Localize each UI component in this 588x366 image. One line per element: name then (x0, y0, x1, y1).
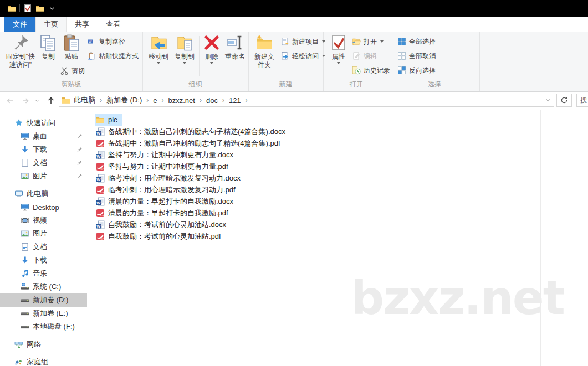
file-name: 临考冲刺：用心理暗示激发复习动力.pdf (108, 185, 236, 195)
copy-path-button[interactable]: W… 复制路径 (87, 36, 125, 47)
breadcrumb-separator-icon[interactable]: › (222, 96, 224, 104)
properties-check-icon (23, 4, 32, 13)
file-row[interactable]: PDF坚持与努力：让期中冲刺更有力量.pdf (95, 161, 233, 172)
sidebar-section-homegroup[interactable]: 家庭组 (0, 355, 87, 366)
tab-file[interactable]: 文件 (4, 17, 35, 33)
sidebar-item[interactable]: 本地磁盘 (F:) (0, 320, 87, 333)
tab-share[interactable]: 共享 (67, 17, 98, 33)
paste-button[interactable]: 粘贴 (59, 34, 84, 61)
sidebar-item[interactable]: 视频 (0, 214, 87, 227)
new-folder-button[interactable]: 新建文件夹 (253, 34, 276, 69)
sidebar-item[interactable]: 图片 (0, 227, 87, 240)
easy-access-icon (280, 51, 289, 60)
svg-text:…: … (93, 40, 96, 44)
sidebar-item[interactable]: Desktop (0, 200, 87, 214)
refresh-button[interactable] (556, 94, 572, 107)
select-none-button[interactable]: 全部取消 (397, 50, 436, 61)
sidebar-item[interactable]: 新加卷 (E:) (0, 307, 87, 320)
file-row[interactable]: PDF临考冲刺：用心理暗示激发复习动力.pdf (95, 184, 240, 195)
properties-button[interactable]: 属性 (329, 34, 349, 66)
move-to-button[interactable]: 移动到 (146, 34, 171, 66)
sidebar-item[interactable]: 文档 (0, 240, 87, 254)
history-button[interactable]: 历史记录 (352, 65, 390, 76)
breadcrumb-item[interactable]: 此电脑 (74, 95, 95, 105)
new-item-button[interactable]: 新建项目 (280, 36, 325, 47)
forward-button[interactable] (21, 96, 30, 105)
file-row[interactable]: pic (95, 114, 122, 126)
breadcrumb-separator-icon[interactable]: › (162, 96, 164, 104)
homegroup-icon (14, 358, 23, 366)
file-row[interactable]: W坚持与努力：让期中冲刺更有力量.docx (95, 149, 238, 161)
paste-shortcut-button[interactable]: 粘贴快捷方式 (87, 50, 139, 61)
sidebar-section-quick-access[interactable]: 快速访问 (0, 116, 87, 130)
file-row[interactable]: PDF清晨的力量：早起打卡的自我激励.pdf (95, 207, 233, 219)
tab-home[interactable]: 主页 (35, 17, 67, 33)
easy-access-button[interactable]: 轻松访问 (280, 50, 325, 61)
open-button[interactable]: 打开 (352, 36, 384, 47)
file-row[interactable]: PDF自我鼓励：考试前的心灵加油站.pdf (95, 230, 226, 242)
breadcrumb-item[interactable]: 121 (229, 96, 241, 105)
breadcrumb-item[interactable]: bzxz.net (168, 96, 195, 105)
sidebar-item[interactable]: 桌面 (0, 130, 87, 143)
copy-button[interactable]: 复制 (38, 34, 59, 61)
breadcrumb-separator-icon[interactable]: › (246, 96, 248, 104)
sidebar-item[interactable]: 音乐 (0, 267, 87, 280)
svg-text:PDF: PDF (100, 238, 104, 240)
sidebar-item[interactable]: 图片 (0, 169, 87, 183)
file-row[interactable]: W清晨的力量：早起打卡的自我激励.docx (95, 195, 238, 207)
recent-locations-chevron-icon[interactable] (34, 98, 40, 104)
file-row[interactable]: W临考冲刺：用心理暗示激发复习动力.docx (95, 172, 245, 184)
file-name: 清晨的力量：早起打卡的自我激励.pdf (108, 208, 228, 218)
sidebar-section-label: 家庭组 (27, 357, 48, 366)
qat-button-folder-icon[interactable] (6, 2, 18, 14)
word-icon: W (96, 151, 105, 159)
open-group-label: 打开 (323, 80, 390, 89)
select-none-icon (397, 51, 406, 60)
history-label: 历史记录 (364, 66, 390, 75)
pin-icon (12, 34, 29, 51)
up-button[interactable] (47, 96, 55, 105)
title-bar (0, 0, 588, 17)
word-icon: W (96, 174, 105, 183)
sidebar-item[interactable]: 新加卷 (D:) (0, 293, 87, 307)
tab-view[interactable]: 查看 (98, 17, 129, 33)
edit-button: 编辑 (352, 50, 377, 61)
sidebar-item-label: 图片 (33, 229, 47, 239)
breadcrumb-separator-icon[interactable]: › (100, 96, 102, 104)
search-input[interactable] (576, 94, 588, 107)
sidebar-section-this-pc[interactable]: 此电脑 (0, 187, 87, 200)
file-row[interactable]: W自我鼓励：考试前的心灵加油站.docx (95, 219, 231, 230)
rename-button[interactable]: 重命名 (223, 34, 247, 61)
qat-button-chevron-down-icon[interactable] (46, 2, 58, 14)
sidebar-section-network[interactable]: 网络 (0, 338, 87, 351)
copy-to-button[interactable]: 复制到 (172, 34, 197, 66)
breadcrumb-separator-icon[interactable]: › (200, 96, 202, 104)
picture-icon (21, 172, 29, 181)
pin-small-icon (76, 133, 83, 140)
copy-path-label: 复制路径 (99, 37, 125, 47)
address-field[interactable]: 此电脑›新加卷 (D:)›e›bzxz.net›doc›121› (59, 94, 554, 107)
pin-to-quick-access-button[interactable]: 固定到"快速访问" (4, 34, 37, 69)
qat-button-properties-check-icon[interactable] (22, 2, 34, 14)
address-dropdown-chevron-icon[interactable] (545, 97, 551, 104)
file-row[interactable]: W备战期中：激励自己冲刺的励志句子精选(4篇合集).docx (95, 126, 290, 137)
pdf-icon: PDF (96, 185, 105, 194)
sidebar-item[interactable]: 文档 (0, 156, 87, 169)
breadcrumb-item[interactable]: doc (206, 96, 218, 105)
delete-button[interactable]: 删除 (201, 34, 223, 66)
select-all-button[interactable]: 全部选择 (397, 36, 436, 47)
breadcrumb-separator-icon[interactable]: › (146, 96, 149, 104)
breadcrumb-item[interactable]: 新加卷 (D:) (106, 95, 142, 105)
new-group-label: 新建 (248, 80, 323, 89)
cut-button[interactable]: 剪切 (60, 65, 85, 76)
file-row[interactable]: PDF备战期中：激励自己冲刺的励志句子精选(4篇合集).pdf (95, 137, 285, 149)
sidebar-item[interactable]: 下载 (0, 143, 87, 156)
breadcrumb-item[interactable]: e (153, 96, 157, 105)
folder-icon (7, 4, 16, 13)
back-button[interactable] (6, 96, 14, 105)
sidebar-item[interactable]: 下载 (0, 254, 87, 267)
qat-button-folder-icon[interactable] (34, 2, 46, 14)
folder-icon (35, 4, 44, 13)
sidebar-item[interactable]: 系统 (C:) (0, 280, 87, 293)
invert-selection-button[interactable]: 反向选择 (397, 65, 436, 76)
